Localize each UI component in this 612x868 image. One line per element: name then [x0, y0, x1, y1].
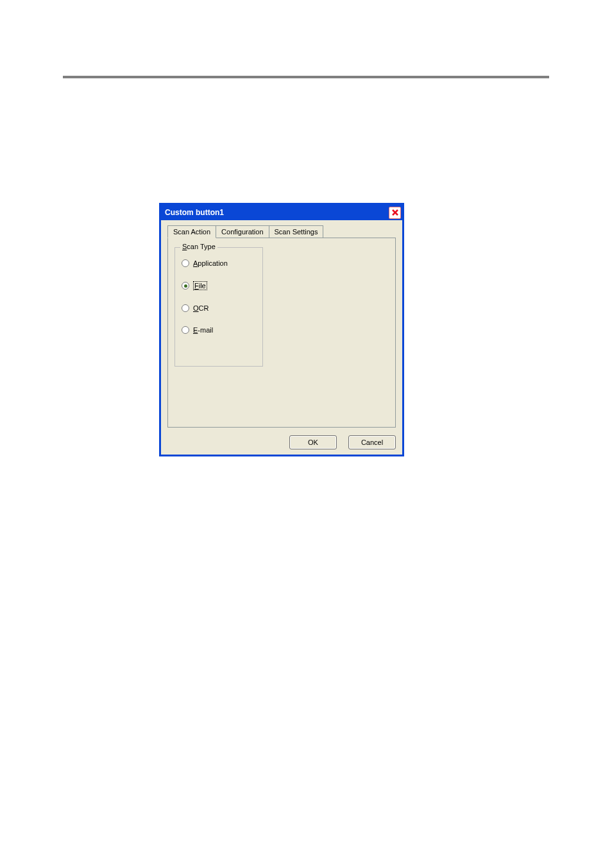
tab-panel-scan-action: Scan Type Application File OCR E-mail	[167, 238, 396, 428]
cancel-button[interactable]: Cancel	[348, 435, 396, 449]
tab-scan-action[interactable]: Scan Action	[167, 225, 216, 238]
radio-label-ocr: OCR	[193, 304, 208, 312]
radio-ocr[interactable]: OCR	[182, 304, 256, 312]
dialog-button-row: OK Cancel	[161, 431, 402, 455]
radio-label-email: E-mail	[193, 326, 213, 334]
dialog-title: Custom button1	[165, 208, 224, 217]
close-icon	[391, 208, 400, 217]
tab-configuration[interactable]: Configuration	[216, 225, 269, 238]
radio-file[interactable]: File	[182, 281, 256, 290]
scan-type-group: Scan Type Application File OCR E-mail	[174, 247, 263, 367]
legend-rest: can Type	[187, 243, 215, 250]
radio-label-file: File	[193, 281, 207, 290]
page-header-rule	[63, 76, 549, 78]
radio-label-application: Application	[193, 259, 228, 267]
tab-strip: Scan Action Configuration Scan Settings	[167, 225, 396, 238]
custom-button1-dialog: Custom button1 Scan Action Configuration…	[159, 203, 404, 456]
radio-indicator	[182, 304, 189, 312]
close-button[interactable]	[389, 207, 401, 219]
dialog-body: Scan Action Configuration Scan Settings …	[161, 220, 402, 431]
ok-button[interactable]: OK	[289, 435, 337, 449]
dialog-titlebar: Custom button1	[161, 205, 402, 220]
radio-application[interactable]: Application	[182, 259, 256, 267]
scan-type-legend: Scan Type	[180, 243, 217, 250]
radio-email[interactable]: E-mail	[182, 326, 256, 334]
radio-indicator	[182, 326, 189, 334]
radio-indicator	[182, 259, 189, 267]
radio-indicator	[182, 282, 189, 290]
tab-scan-settings[interactable]: Scan Settings	[269, 225, 324, 238]
